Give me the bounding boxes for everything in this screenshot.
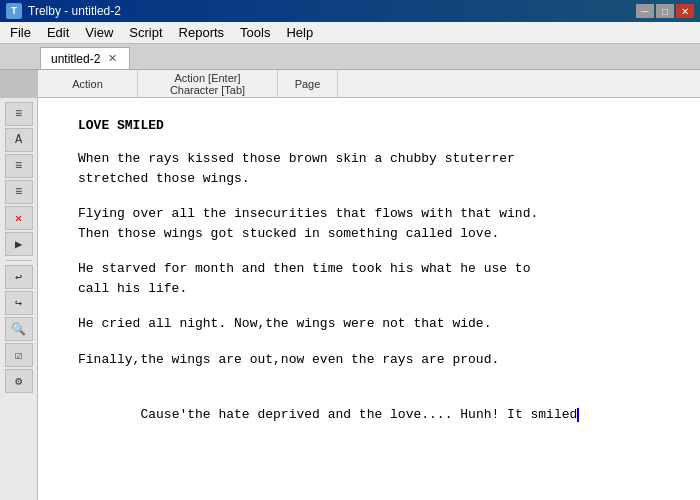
scene-icon[interactable]: ≡ xyxy=(5,102,33,126)
document-tab[interactable]: untitled-2 ✕ xyxy=(40,47,130,69)
window-controls: ─ □ ✕ xyxy=(636,4,694,18)
poem-line: Flying over all the insecurities that fl… xyxy=(78,204,660,224)
poem-stanza-4: He cried all night. Now,the wings were n… xyxy=(78,314,660,334)
toolbar-divider xyxy=(6,260,32,261)
maximize-button[interactable]: □ xyxy=(656,4,674,18)
menu-item-file[interactable]: File xyxy=(2,23,39,42)
play-icon[interactable]: ▶ xyxy=(5,232,33,256)
menu-item-help[interactable]: Help xyxy=(278,23,321,42)
main-layout: ≡A≡≡✕▶↩↪🔍☑⚙ LOVE SMILED When the rays ki… xyxy=(0,98,700,500)
search-icon[interactable]: 🔍 xyxy=(5,317,33,341)
text-cursor xyxy=(577,408,579,422)
char-icon[interactable]: ≡ xyxy=(5,154,33,178)
poem-line: He starved for month and then time took … xyxy=(78,259,660,279)
poem-stanza-1: When the rays kissed those brown skin a … xyxy=(78,149,660,188)
left-toolbar: ≡A≡≡✕▶↩↪🔍☑⚙ xyxy=(0,98,38,500)
minimize-button[interactable]: ─ xyxy=(636,4,654,18)
title-bar: T Trelby - untitled-2 ─ □ ✕ xyxy=(0,0,700,22)
poem-stanza-5: Finally,the wings are out,now even the r… xyxy=(78,350,660,370)
menu-item-view[interactable]: View xyxy=(77,23,121,42)
delete-icon[interactable]: ✕ xyxy=(5,206,33,230)
poem-line: stretched those wings. xyxy=(78,169,660,189)
redo-icon[interactable]: ↪ xyxy=(5,291,33,315)
undo-icon[interactable]: ↩ xyxy=(5,265,33,289)
app-icon: T xyxy=(6,3,22,19)
dialogue-icon[interactable]: ≡ xyxy=(5,180,33,204)
close-button[interactable]: ✕ xyxy=(676,4,694,18)
action-column-header: Action xyxy=(38,70,138,97)
tab-label: untitled-2 xyxy=(51,52,100,66)
poem-line: Then those wings got stucked in somethin… xyxy=(78,224,660,244)
content-area[interactable]: LOVE SMILED When the rays kissed those b… xyxy=(38,98,700,500)
menu-item-edit[interactable]: Edit xyxy=(39,23,77,42)
action-enter-column-header: Action [Enter] Character [Tab] xyxy=(138,70,278,97)
menu-bar: FileEditViewScriptReportsToolsHelp xyxy=(0,22,700,44)
poem-stanza-2: Flying over all the insecurities that fl… xyxy=(78,204,660,243)
poem-line: When the rays kissed those brown skin a … xyxy=(78,149,660,169)
menu-item-script[interactable]: Script xyxy=(121,23,170,42)
settings-icon[interactable]: ⚙ xyxy=(5,369,33,393)
action-enter-label-line1: Action [Enter] xyxy=(174,72,240,84)
menu-item-tools[interactable]: Tools xyxy=(232,23,278,42)
poem-stanza-6: Cause'the hate deprived and the love....… xyxy=(78,385,660,444)
poem-stanza-3: He starved for month and then time took … xyxy=(78,259,660,298)
window-title: Trelby - untitled-2 xyxy=(28,4,121,18)
poem-line-with-cursor: Cause'the hate deprived and the love....… xyxy=(78,385,660,444)
action-enter-label-line2: Character [Tab] xyxy=(170,84,245,96)
poem-title: LOVE SMILED xyxy=(78,118,660,133)
column-headers: Action Action [Enter] Character [Tab] Pa… xyxy=(38,70,700,98)
poem-line: call his life. xyxy=(78,279,660,299)
tab-close-button[interactable]: ✕ xyxy=(106,52,119,65)
poem-line: He cried all night. Now,the wings were n… xyxy=(78,314,660,334)
poem-line: Finally,the wings are out,now even the r… xyxy=(78,350,660,370)
page-column-header: Page xyxy=(278,70,338,97)
tab-bar: untitled-2 ✕ xyxy=(0,44,700,70)
menu-item-reports[interactable]: Reports xyxy=(171,23,233,42)
check-icon[interactable]: ☑ xyxy=(5,343,33,367)
action-icon[interactable]: A xyxy=(5,128,33,152)
